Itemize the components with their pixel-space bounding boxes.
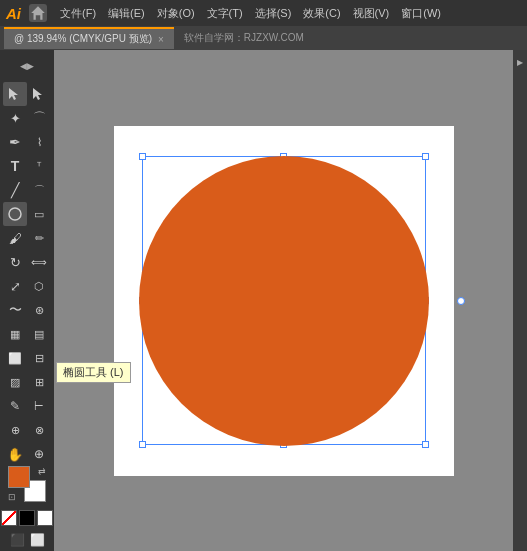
- radius-handle[interactable]: [457, 297, 465, 305]
- home-icon[interactable]: [29, 4, 47, 22]
- zoom-tool[interactable]: ⊕: [27, 442, 51, 466]
- swatch-stack: ⇄ ⊡: [8, 466, 46, 502]
- rectangle-shape-tool[interactable]: ▭: [27, 202, 51, 226]
- canvas-background: [94, 71, 474, 531]
- menu-view[interactable]: 视图(V): [348, 4, 395, 23]
- reflect-tool[interactable]: ⟺: [27, 250, 51, 274]
- toolbar-left: ◀▶ ✦ ⌒ ✒ ⌇ T ᵀ ╱ ⌒: [0, 50, 54, 551]
- touch-type-tool[interactable]: ᵀ: [27, 154, 51, 178]
- column-graph-tool[interactable]: ▤: [27, 322, 51, 346]
- direct-selection-tool[interactable]: [27, 82, 51, 106]
- artboard[interactable]: [114, 126, 454, 476]
- rotate-tool[interactable]: ↻: [3, 250, 27, 274]
- eyedropper-tool[interactable]: ✎: [3, 394, 27, 418]
- app-logo: Ai: [6, 5, 21, 22]
- black-swatch[interactable]: [19, 510, 35, 526]
- panel-toggle[interactable]: ▶: [513, 50, 527, 551]
- panel-toggle-arrow: ▶: [516, 58, 525, 67]
- color-swatches: ⇄ ⊡ ⬛ ⬜: [1, 466, 53, 548]
- canvas-area[interactable]: [54, 50, 513, 551]
- main-area: ◀▶ ✦ ⌒ ✒ ⌇ T ᵀ ╱ ⌒: [0, 50, 527, 551]
- type-tool[interactable]: T: [3, 154, 27, 178]
- line-tool[interactable]: ╱: [3, 178, 27, 202]
- none-swatch[interactable]: [1, 510, 17, 526]
- menu-type[interactable]: 文字(T): [202, 4, 248, 23]
- menu-select[interactable]: 选择(S): [250, 4, 297, 23]
- tab-bar: @ 139.94% (CMYK/GPU 预览) × 软件自学网：RJZXW.CO…: [0, 26, 527, 50]
- menu-window[interactable]: 窗口(W): [396, 4, 446, 23]
- ellipse-object[interactable]: [139, 156, 429, 446]
- live-paint-tool[interactable]: ⊗: [27, 418, 51, 442]
- handle-bottom-left[interactable]: [139, 441, 146, 448]
- ellipse-tool[interactable]: [3, 202, 27, 226]
- svg-marker-0: [31, 6, 45, 20]
- svg-marker-1: [9, 88, 18, 100]
- shear-tool[interactable]: ⬡: [27, 274, 51, 298]
- title-bar: Ai 文件(F) 编辑(E) 对象(O) 文字(T) 选择(S) 效果(C) 视…: [0, 0, 527, 26]
- panel-collapse-icon[interactable]: ◀▶: [15, 54, 39, 78]
- svg-point-3: [9, 208, 21, 220]
- warp-tool[interactable]: 〜: [3, 298, 27, 322]
- gradient-tool[interactable]: ▨: [3, 370, 27, 394]
- menu-object[interactable]: 对象(O): [152, 4, 200, 23]
- menu-effect[interactable]: 效果(C): [298, 4, 345, 23]
- screen-mode-icons: ⬛ ⬜: [9, 532, 45, 548]
- menu-file[interactable]: 文件(F): [55, 4, 101, 23]
- tab-label: @ 139.94% (CMYK/GPU 预览): [14, 32, 152, 46]
- handle-bottom-right[interactable]: [422, 441, 429, 448]
- change-screen-mode-icon[interactable]: ⬛: [9, 532, 25, 548]
- reshape-tool[interactable]: ⊛: [27, 298, 51, 322]
- menu-bar: 文件(F) 编辑(E) 对象(O) 文字(T) 选择(S) 效果(C) 视图(V…: [55, 4, 446, 23]
- mini-swatches: [1, 510, 53, 526]
- paintbrush-tool[interactable]: 🖌: [3, 226, 27, 250]
- scale-tool[interactable]: ⤢: [3, 274, 27, 298]
- lasso-tool[interactable]: ⌒: [27, 106, 51, 130]
- blend-tool[interactable]: ⊕: [3, 418, 27, 442]
- pen-tool[interactable]: ✒: [3, 130, 27, 154]
- slice-tool[interactable]: ⊟: [27, 346, 51, 370]
- hand-tool[interactable]: ✋: [3, 442, 27, 466]
- active-tab[interactable]: @ 139.94% (CMYK/GPU 预览) ×: [4, 27, 174, 49]
- arc-tool[interactable]: ⌒: [27, 178, 51, 202]
- mesh-tool[interactable]: ⊞: [27, 370, 51, 394]
- selection-tool[interactable]: [3, 82, 27, 106]
- swap-colors-icon[interactable]: ⇄: [38, 466, 46, 476]
- white-swatch[interactable]: [37, 510, 53, 526]
- magic-wand-tool[interactable]: ✦: [3, 106, 27, 130]
- handle-top-left[interactable]: [139, 153, 146, 160]
- foreground-color-swatch[interactable]: [8, 466, 30, 488]
- curvature-tool[interactable]: ⌇: [27, 130, 51, 154]
- reset-colors-icon[interactable]: ⊡: [8, 492, 16, 502]
- graph-tool[interactable]: ▦: [3, 322, 27, 346]
- svg-marker-2: [33, 88, 42, 100]
- tab-close-button[interactable]: ×: [158, 34, 164, 45]
- artboard-tool[interactable]: ⬜: [3, 346, 27, 370]
- handle-top-right[interactable]: [422, 153, 429, 160]
- measure-tool[interactable]: ⊢: [27, 394, 51, 418]
- menu-edit[interactable]: 编辑(E): [103, 4, 150, 23]
- tab-website: 软件自学网：RJZXW.COM: [174, 31, 314, 45]
- blob-brush-tool[interactable]: ✏: [27, 226, 51, 250]
- full-screen-icon[interactable]: ⬜: [29, 532, 45, 548]
